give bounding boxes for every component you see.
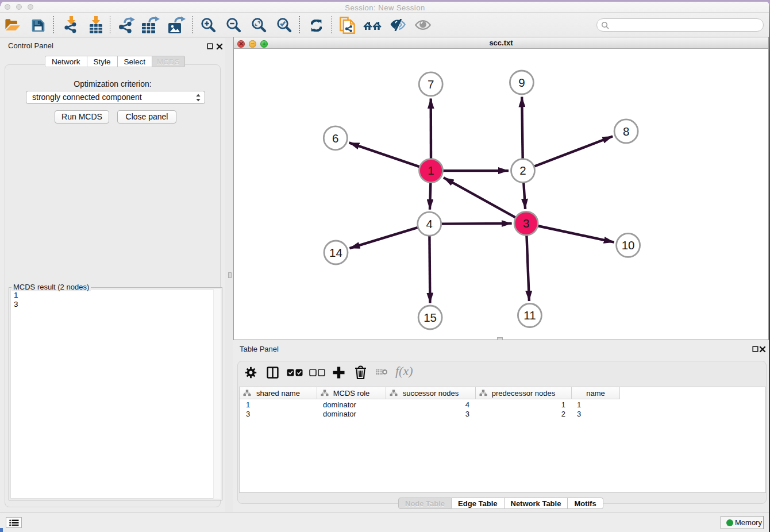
svg-text:10: 10 <box>622 238 635 252</box>
svg-text:9: 9 <box>518 76 525 89</box>
svg-text:7: 7 <box>428 78 434 91</box>
svg-text:4: 4 <box>426 217 432 230</box>
svg-text:1: 1 <box>428 164 434 177</box>
svg-text:6: 6 <box>332 132 338 145</box>
svg-text:14: 14 <box>329 246 342 259</box>
svg-text:11: 11 <box>523 309 536 322</box>
svg-text:15: 15 <box>424 311 437 324</box>
svg-text:3: 3 <box>523 217 529 230</box>
svg-text:2: 2 <box>519 164 526 177</box>
svg-text:8: 8 <box>623 125 629 138</box>
